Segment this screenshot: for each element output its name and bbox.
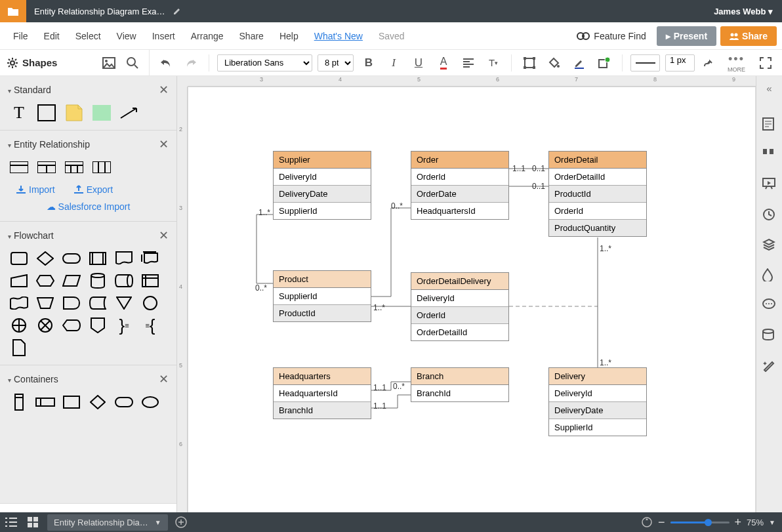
note-shape[interactable] — [64, 105, 84, 121]
fc-manualinput[interactable] — [9, 273, 29, 289]
grid-view-icon[interactable] — [22, 517, 43, 527]
fc-preparation[interactable] — [35, 273, 55, 289]
underline-icon[interactable]: U — [409, 53, 428, 73]
entity-product[interactable]: Product SupplierId ProductId — [273, 270, 371, 322]
fc-display[interactable] — [62, 317, 81, 333]
entity-branch[interactable]: Branch BranchId — [411, 367, 509, 402]
fc-sum[interactable] — [35, 317, 55, 333]
chat-icon[interactable] — [762, 298, 777, 313]
doc-title[interactable]: Entity Relationship Diagram Exa… — [26, 7, 173, 16]
fc-card[interactable] — [9, 340, 29, 356]
menu-whatsnew[interactable]: What's New — [306, 31, 371, 41]
italic-icon[interactable]: I — [384, 53, 403, 73]
fc-brace-r[interactable]: }≡ — [114, 317, 134, 333]
redo-icon[interactable] — [181, 53, 201, 73]
menu-share[interactable]: Share — [232, 31, 272, 41]
canvas[interactable]: 1..* 0..* 0..* 1..* 1..1 1..1 0..* 1..1 … — [188, 87, 756, 532]
page-tab[interactable]: Entity Relationship Dia…▼ — [47, 514, 168, 531]
menu-insert[interactable]: Insert — [144, 31, 183, 41]
ct-1[interactable] — [9, 394, 29, 410]
er-shape-4[interactable] — [92, 159, 112, 175]
entity-orderdetaildelivery[interactable]: OrderDetailDelivery DeliveryId OrderId O… — [411, 272, 509, 341]
export-link[interactable]: Export — [73, 184, 113, 195]
close-icon[interactable]: ✕ — [159, 137, 169, 152]
page-icon[interactable] — [762, 117, 777, 132]
ct-5[interactable] — [114, 394, 134, 410]
close-icon[interactable]: ✕ — [159, 83, 169, 97]
present-icon[interactable] — [762, 178, 777, 192]
entity-delivery[interactable]: Delivery DeliveryId DeliveryDate Supplie… — [548, 367, 647, 436]
line-width-select[interactable]: 1 px — [665, 54, 695, 72]
db-icon[interactable] — [762, 329, 777, 343]
menu-view[interactable]: View — [109, 31, 144, 41]
feature-find[interactable]: Feature Find — [577, 31, 652, 41]
entity-order[interactable]: Order OrderId OrderDate HeadquartersId — [411, 151, 509, 220]
fullscreen-icon[interactable] — [756, 53, 775, 73]
fc-directdata[interactable] — [114, 273, 134, 289]
fc-connector[interactable] — [140, 295, 160, 311]
line-style-select[interactable] — [630, 54, 660, 72]
fontsize-select[interactable]: 8 pt — [318, 54, 354, 72]
undo-icon[interactable] — [156, 53, 176, 73]
fc-decision[interactable] — [35, 251, 55, 266]
section-header-containers[interactable]: ▾Containers✕ — [0, 365, 176, 390]
menu-file[interactable]: File — [5, 31, 36, 41]
salesforce-import-link[interactable]: ☁ Salesforce Import — [0, 200, 176, 216]
entity-headquarters[interactable]: Headquarters HeadquartersId BranchId — [273, 367, 371, 419]
import-link[interactable]: Import — [16, 184, 55, 195]
fc-database[interactable] — [88, 273, 108, 289]
zoom-out-button[interactable]: − — [658, 516, 665, 529]
close-icon[interactable]: ✕ — [159, 372, 169, 386]
align-icon[interactable] — [459, 53, 478, 73]
zoom-in-button[interactable]: + — [735, 516, 742, 529]
fc-internal[interactable] — [140, 273, 160, 289]
entity-supplier[interactable]: Supplier DeliveryId DeliveryDate Supplie… — [273, 151, 371, 220]
block-shape[interactable] — [92, 105, 112, 121]
fc-or[interactable] — [9, 317, 29, 333]
fc-offpage[interactable] — [88, 317, 108, 333]
menu-help[interactable]: Help — [272, 31, 306, 41]
image-icon[interactable] — [99, 53, 119, 73]
fill-icon[interactable] — [545, 53, 564, 73]
fc-process[interactable] — [9, 251, 29, 266]
present-button[interactable]: ▸ Present — [657, 26, 716, 46]
shape-options-icon[interactable] — [594, 53, 614, 73]
ct-4[interactable] — [88, 394, 108, 410]
chevron-left-icon[interactable]: « — [766, 80, 772, 102]
entity-orderdetail[interactable]: OrderDetail OrderDetailId ProductId Orde… — [548, 151, 647, 237]
er-shape-2[interactable] — [37, 159, 56, 175]
er-shape-1[interactable] — [9, 159, 29, 175]
section-header-flowchart[interactable]: ▾Flowchart✕ — [0, 222, 176, 247]
fc-manualop[interactable] — [35, 295, 55, 311]
bold-icon[interactable]: B — [359, 53, 379, 73]
border-color-icon[interactable] — [569, 53, 589, 73]
list-view-icon[interactable] — [0, 518, 22, 527]
font-select[interactable]: Liberation Sans — [217, 54, 312, 72]
history-icon[interactable] — [762, 208, 777, 222]
arrow-shape[interactable] — [119, 105, 139, 121]
zoom-slider[interactable] — [670, 522, 730, 523]
ct-3[interactable] — [62, 394, 81, 410]
canvas-area[interactable]: 3 4 5 6 7 8 9 2 3 4 5 6 7 — [177, 76, 782, 532]
zoom-value[interactable]: 75% — [747, 518, 764, 527]
close-icon[interactable]: ✕ — [159, 228, 169, 243]
folder-icon[interactable] — [0, 0, 26, 22]
drop-icon[interactable] — [762, 268, 777, 283]
search-icon[interactable] — [123, 53, 142, 73]
menu-edit[interactable]: Edit — [36, 31, 68, 41]
fc-multidoc[interactable] — [140, 251, 160, 266]
comment-icon[interactable] — [762, 148, 777, 162]
fc-delay[interactable] — [62, 295, 81, 311]
ct-6[interactable] — [140, 394, 160, 410]
section-header-standard[interactable]: ▾Standard✕ — [0, 76, 176, 101]
fc-storeddata[interactable] — [88, 295, 108, 311]
share-button[interactable]: Share — [720, 26, 777, 46]
section-header-entity[interactable]: ▾Entity Relationship✕ — [0, 131, 176, 155]
line-options-icon[interactable] — [700, 53, 720, 73]
fc-predef[interactable] — [88, 251, 108, 266]
layers-icon[interactable] — [762, 238, 777, 253]
menu-select[interactable]: Select — [68, 31, 109, 41]
text-color-icon[interactable]: A — [434, 53, 453, 73]
add-page-icon[interactable] — [175, 516, 188, 529]
fc-data[interactable] — [62, 273, 81, 289]
